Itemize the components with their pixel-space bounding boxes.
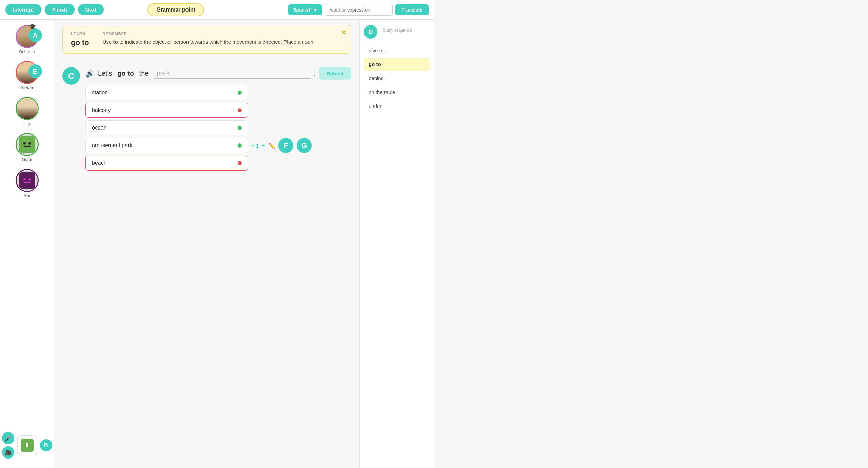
seq-item-under[interactable]: under [364,100,430,112]
sentence-input-wrap [154,68,311,79]
camera-button[interactable]: 🎥 [2,446,14,459]
robot-eye-left-mar [23,178,26,181]
avatar-label-deborah: Deborah [19,50,35,54]
option-row-balcony: balcony [85,103,351,118]
pause-robot-icon: ⏸ [21,439,34,452]
study-sequence-label: Study sequence [383,28,412,33]
avatar-label-mar: Mar [23,193,31,198]
next-button[interactable]: Next [78,4,104,15]
option-balcony-text: balcony [92,107,111,113]
option-amusement-park-text: amusement park [92,142,132,149]
sound-icon[interactable]: 🔊 [85,69,95,78]
top-bar: Interrupt Finish Next Grammar point Span… [0,0,434,20]
robot-eye-right-mar [28,178,31,181]
badge-g: G [297,138,312,153]
avatar-lilly[interactable]: Lilly [16,97,39,126]
add-icon[interactable]: ＋ [261,142,266,149]
avatar-stefan[interactable]: E Stefan [16,61,39,90]
badge-d: D [364,25,377,39]
option-amusement-park-dot [238,143,242,148]
option-station-dot [238,91,242,95]
grammar-close-button[interactable]: ✕ [341,29,346,36]
grammar-remember: REMEMBER Use to to indicate the object o… [103,32,315,46]
avatar-gram[interactable]: Gram [16,133,39,162]
center-content: LEARN go to REMEMBER Use to to indicate … [54,20,359,468]
robot-eye-right-gram [28,142,31,145]
pause-card: ⏸ [17,435,37,455]
pause-icon: ⏸ [24,442,30,449]
grammar-noun-underline: noun [302,39,313,45]
robot-eye-left-gram [23,142,26,145]
seq-item-on-the-table[interactable]: on the table [364,86,430,98]
grammar-learn: LEARN go to [71,32,89,47]
grammar-box: LEARN go to REMEMBER Use to to indicate … [62,25,351,54]
add-edit-icons: + 1 ＋ ✏️ [252,142,275,149]
option-amusement-park[interactable]: amusement park [85,138,248,153]
translate-button[interactable]: Translate [395,4,428,15]
sentence-bold: go to [117,70,134,77]
plus-one-label: + 1 [252,143,259,149]
robot-eyes-gram [23,142,31,145]
option-beach-dot [238,161,242,165]
robot-mouth-mar [24,182,31,183]
avatar-label-lilly: Lilly [23,121,31,126]
options-list: station balcony ocean [85,85,351,171]
badge-f: F [278,138,293,153]
sentence-row: 🔊 Let's go to the . Submit [85,67,351,80]
option-ocean-dot [238,126,242,130]
submit-button[interactable]: Submit [319,67,351,80]
translate-section: Spanish ▼ Translate [288,4,429,16]
option-ocean-text: ocean [92,125,107,131]
avatar-label-stefan: Stefan [21,85,33,90]
grammar-point-badge: Grammar point [147,3,204,16]
badge-b: B [40,439,52,451]
exercise-area: C 🔊 Let's go to the . Submit [62,67,351,171]
sentence-prefix: Let's [98,70,114,77]
robot-face-gram [19,136,35,153]
robot-eyes-mar [23,178,31,181]
bottom-controls: 🎤 🎥 ⏸ B [2,428,52,463]
option-station[interactable]: station [85,85,248,100]
option-balcony[interactable]: balcony [85,103,248,118]
remember-label: REMEMBER [103,32,315,36]
avatar-label-gram: Gram [22,157,32,162]
avatar-mar[interactable]: Mar [16,169,39,198]
right-sidebar-header: D Study sequence [364,25,430,39]
option-balcony-dot [238,108,242,112]
main-layout: 🎓 A Deborah E Stefan Lilly [0,20,434,468]
avatar-img-gram [16,133,39,156]
sentence-input[interactable] [154,68,311,79]
language-select-button[interactable]: Spanish ▼ [288,4,322,15]
option-ocean[interactable]: ocean [85,120,248,135]
seq-item-behind[interactable]: behind [364,72,430,84]
badge-c: C [62,67,80,85]
option-row-ocean: ocean [85,120,351,135]
edit-icon[interactable]: ✏️ [268,142,275,149]
translate-input[interactable] [325,4,393,16]
robot-mouth-gram [24,146,31,147]
seq-item-go-to[interactable]: go to [364,58,430,71]
option-beach-text: beach [92,160,107,166]
grammar-description: Use to to indicate the object or person … [103,38,315,46]
badge-a: A [28,28,42,42]
seq-item-give-me[interactable]: give me [364,44,430,57]
mic-button[interactable]: 🎤 [2,432,14,444]
interrupt-button[interactable]: Interrupt [5,4,41,15]
learn-label: LEARN [71,32,89,36]
robot-face-mar [19,172,35,189]
option-row-station: station [85,85,351,100]
grammar-to-bold: to [113,39,118,45]
badge-e: E [28,64,42,78]
option-station-text: station [92,90,108,96]
face-lilly [17,98,38,119]
sentence-mid: the [137,70,151,77]
exercise-main: 🔊 Let's go to the . Submit statio [85,67,351,171]
right-sidebar: D Study sequence give me go to behind on… [359,20,434,468]
option-row-amusement-park: amusement park + 1 ＋ ✏️ F G [85,138,351,153]
finish-button[interactable]: Finish [45,4,75,15]
left-sidebar: 🎓 A Deborah E Stefan Lilly [0,20,54,468]
avatar-deborah[interactable]: 🎓 A Deborah [16,25,39,54]
option-beach[interactable]: beach [85,156,248,171]
avatar-img-mar [16,169,39,192]
sentence-period: . [314,70,316,77]
